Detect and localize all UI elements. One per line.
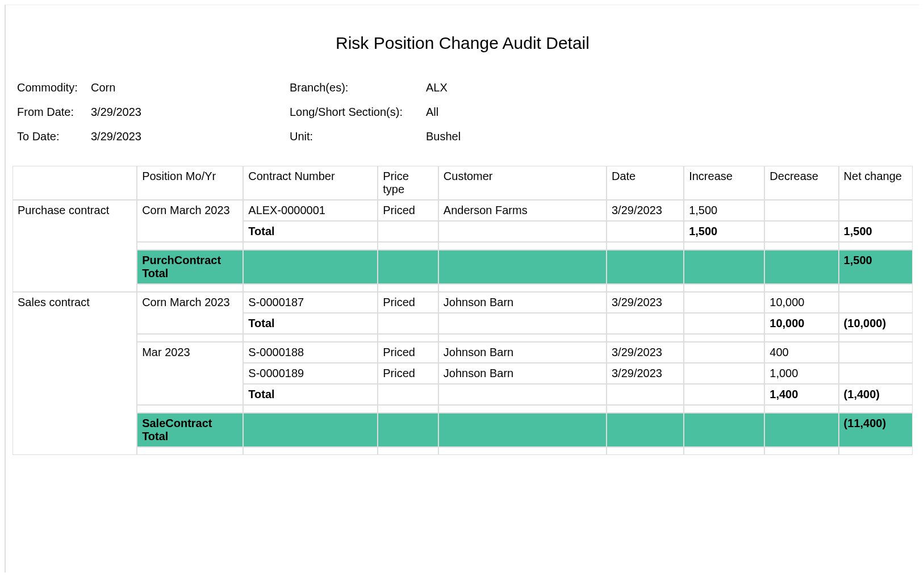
report-table: Position Mo/Yr Contract Number Price typ…	[12, 166, 913, 455]
col-customer: Customer	[438, 166, 607, 200]
col-decrease: Decrease	[764, 166, 838, 200]
subtotal-decrease	[764, 221, 838, 242]
decrease-cell: 400	[764, 342, 838, 363]
table-row: Purchase contractCorn March 2023ALEX-000…	[12, 200, 913, 221]
decrease-cell: 1,000	[764, 363, 838, 384]
spacer-row	[12, 447, 913, 455]
from-date-value: 3/29/2023	[91, 106, 290, 119]
section-total-row: SaleContract Total(11,400)	[12, 413, 913, 447]
date-cell: 3/29/2023	[607, 342, 684, 363]
increase-cell	[684, 342, 764, 363]
subtotal-increase	[684, 384, 764, 405]
subtotal-decrease: 10,000	[764, 313, 838, 334]
section-total-label: PurchContract Total	[137, 250, 243, 284]
report-page: Risk Position Change Audit Detail Commod…	[5, 5, 919, 573]
category-cell: Purchase contract	[12, 200, 137, 292]
net-change-cell	[839, 342, 913, 363]
price-type-cell: Priced	[378, 200, 438, 221]
commodity-label: Commodity:	[17, 81, 91, 94]
subtotal-label: Total	[243, 384, 378, 405]
section-total-decrease	[764, 413, 838, 447]
price-type-cell: Priced	[378, 292, 438, 313]
subtotal-label: Total	[243, 313, 378, 334]
category-cell: Sales contract	[12, 292, 137, 455]
spacer-row	[12, 405, 913, 413]
commodity-value: Corn	[91, 81, 290, 94]
report-title: Risk Position Change Audit Detail	[12, 34, 913, 53]
col-contract: Contract Number	[243, 166, 378, 200]
from-date-label: From Date:	[17, 106, 91, 119]
position-cell: Corn March 2023	[137, 200, 243, 242]
long-short-label: Long/Short Section(s):	[290, 106, 426, 119]
subtotal-label: Total	[243, 221, 378, 242]
col-category	[12, 166, 137, 200]
section-total-net-change: 1,500	[839, 250, 913, 284]
spacer-row	[12, 284, 913, 292]
customer-cell: Johnson Barn	[438, 363, 607, 384]
long-short-value: All	[426, 106, 540, 119]
position-cell: Mar 2023	[137, 342, 243, 405]
unit-label: Unit:	[290, 130, 426, 143]
col-price-type: Price type	[378, 166, 438, 200]
increase-cell	[684, 363, 764, 384]
section-total-row: PurchContract Total1,500	[12, 250, 913, 284]
net-change-cell	[839, 200, 913, 221]
increase-cell	[684, 292, 764, 313]
unit-value: Bushel	[426, 130, 540, 143]
contract-cell: S-0000189	[243, 363, 378, 384]
section-total-decrease	[764, 250, 838, 284]
col-increase: Increase	[684, 166, 764, 200]
subtotal-net-change: (10,000)	[839, 313, 913, 334]
subtotal-net-change: 1,500	[839, 221, 913, 242]
contract-cell: S-0000187	[243, 292, 378, 313]
contract-cell: S-0000188	[243, 342, 378, 363]
contract-cell: ALEX-0000001	[243, 200, 378, 221]
net-change-cell	[839, 292, 913, 313]
position-cell: Corn March 2023	[137, 292, 243, 334]
subtotal-increase	[684, 313, 764, 334]
date-cell: 3/29/2023	[607, 200, 684, 221]
branches-label: Branch(es):	[290, 81, 426, 94]
to-date-label: To Date:	[17, 130, 91, 143]
decrease-cell: 10,000	[764, 292, 838, 313]
to-date-value: 3/29/2023	[91, 130, 290, 143]
spacer-row	[12, 242, 913, 250]
subtotal-net-change: (1,400)	[839, 384, 913, 405]
branches-value: ALX	[426, 81, 540, 94]
price-type-cell: Priced	[378, 363, 438, 384]
customer-cell: Johnson Barn	[438, 342, 607, 363]
col-position: Position Mo/Yr	[137, 166, 243, 200]
section-total-increase	[684, 413, 764, 447]
subtotal-increase: 1,500	[684, 221, 764, 242]
price-type-cell: Priced	[378, 342, 438, 363]
section-total-label: SaleContract Total	[137, 413, 243, 447]
report-header: Commodity: Corn Branch(es): ALX From Dat…	[12, 81, 913, 143]
table-row: Mar 2023S-0000188PricedJohnson Barn3/29/…	[12, 342, 913, 363]
table-header-row: Position Mo/Yr Contract Number Price typ…	[12, 166, 913, 200]
col-date: Date	[607, 166, 684, 200]
date-cell: 3/29/2023	[607, 363, 684, 384]
table-row: Sales contractCorn March 2023S-0000187Pr…	[12, 292, 913, 313]
net-change-cell	[839, 363, 913, 384]
date-cell: 3/29/2023	[607, 292, 684, 313]
increase-cell: 1,500	[684, 200, 764, 221]
customer-cell: Johnson Barn	[438, 292, 607, 313]
subtotal-decrease: 1,400	[764, 384, 838, 405]
section-total-net-change: (11,400)	[839, 413, 913, 447]
col-net-change: Net change	[839, 166, 913, 200]
customer-cell: Anderson Farms	[438, 200, 607, 221]
section-total-increase	[684, 250, 764, 284]
decrease-cell	[764, 200, 838, 221]
spacer-row	[12, 334, 913, 342]
